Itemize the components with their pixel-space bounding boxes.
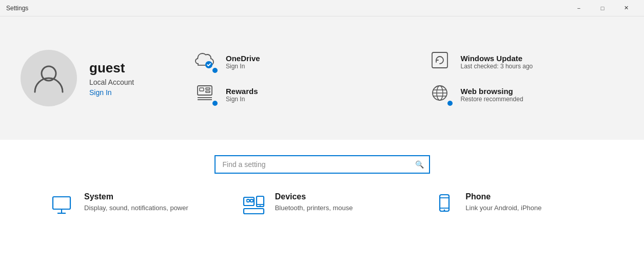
onedrive-icon-wrap: [195, 50, 218, 73]
svg-point-20: [259, 206, 261, 207]
search-input[interactable]: [221, 156, 415, 173]
rewards-icon: [195, 83, 214, 103]
svg-rect-12: [53, 197, 70, 209]
system-name: System: [84, 192, 188, 201]
profile-account-type: Local Account: [89, 78, 134, 86]
rewards-text: Rewards Sign In: [226, 87, 258, 103]
settings-item-system[interactable]: System Display, sound, notifications, po…: [51, 192, 211, 219]
avatar: [21, 50, 77, 106]
rewards-badge: [211, 100, 219, 107]
titlebar-title: Settings: [6, 5, 28, 12]
windows-update-name: Windows Update: [461, 54, 533, 63]
svg-rect-2: [432, 52, 447, 68]
settings-grid: System Display, sound, notifications, po…: [21, 192, 623, 219]
rewards-icon-wrap: [195, 83, 218, 106]
system-icon: [51, 193, 75, 219]
titlebar: Settings − □ ✕: [0, 0, 644, 16]
windows-update-sub: Last checked: 3 hours ago: [461, 63, 533, 70]
svg-rect-17: [250, 199, 253, 202]
onedrive-name: OneDrive: [226, 54, 260, 63]
settings-item-phone[interactable]: Phone Link your Android, iPhone: [433, 192, 593, 219]
maximize-button[interactable]: □: [591, 0, 614, 16]
web-browsing-icon: [430, 83, 450, 103]
onedrive-icon: [195, 50, 214, 70]
rewards-sub: Sign In: [226, 96, 258, 103]
svg-rect-6: [206, 91, 210, 92]
services-grid: OneDrive Sign In Windows Update Last che…: [195, 50, 623, 106]
svg-rect-18: [257, 196, 264, 207]
system-desc: Display, sound, notifications, power: [84, 203, 188, 213]
devices-desc: Bluetooth, printers, mouse: [275, 203, 353, 213]
profile-info: guest Local Account Sign In: [89, 60, 134, 97]
onedrive-sub: Sign In: [226, 63, 260, 70]
phone-text: Phone Link your Android, iPhone: [465, 192, 541, 213]
svg-rect-15: [244, 197, 254, 206]
web-browsing-badge: [446, 100, 454, 107]
svg-rect-4: [200, 88, 204, 91]
phone-name: Phone: [465, 192, 541, 201]
minimize-button[interactable]: −: [567, 0, 591, 16]
profile-signin-link[interactable]: Sign In: [89, 88, 134, 97]
search-icon[interactable]: 🔍: [415, 160, 424, 169]
service-windows-update[interactable]: Windows Update Last checked: 3 hours ago: [430, 50, 624, 73]
devices-text: Devices Bluetooth, printers, mouse: [275, 192, 353, 213]
header-area: guest Local Account Sign In OneDrive Sig…: [0, 16, 644, 140]
window-controls: − □ ✕: [567, 0, 638, 16]
service-rewards[interactable]: Rewards Sign In: [195, 83, 389, 106]
rewards-name: Rewards: [226, 87, 258, 96]
main-content: 🔍 System Display, sound, notifications, …: [0, 140, 644, 234]
service-web-browsing[interactable]: Web browsing Restore recommended: [430, 83, 624, 106]
svg-rect-21: [244, 209, 264, 214]
web-browsing-sub: Restore recommended: [461, 96, 523, 103]
system-text: System Display, sound, notifications, po…: [84, 192, 188, 213]
search-container: 🔍: [21, 155, 623, 174]
svg-point-25: [444, 210, 445, 211]
svg-rect-5: [206, 88, 210, 89]
web-browsing-icon-wrap: [430, 83, 453, 106]
profile-section: guest Local Account Sign In: [21, 50, 164, 106]
service-onedrive[interactable]: OneDrive Sign In: [195, 50, 389, 73]
profile-name: guest: [89, 60, 134, 76]
svg-rect-16: [247, 199, 249, 202]
devices-icon: [242, 193, 266, 219]
phone-icon: [433, 193, 456, 219]
settings-item-devices[interactable]: Devices Bluetooth, printers, mouse: [242, 192, 402, 219]
svg-rect-22: [440, 195, 449, 211]
web-browsing-name: Web browsing: [461, 87, 523, 96]
devices-name: Devices: [275, 192, 353, 201]
phone-desc: Link your Android, iPhone: [465, 203, 541, 213]
user-icon: [31, 60, 67, 96]
close-button[interactable]: ✕: [614, 0, 638, 16]
search-box: 🔍: [214, 155, 430, 174]
windows-update-text: Windows Update Last checked: 3 hours ago: [461, 54, 533, 70]
onedrive-text: OneDrive Sign In: [226, 54, 260, 70]
onedrive-badge: [211, 67, 219, 74]
windows-update-icon-wrap: [430, 50, 453, 73]
web-browsing-text: Web browsing Restore recommended: [461, 87, 523, 103]
windows-update-icon: [430, 50, 450, 70]
